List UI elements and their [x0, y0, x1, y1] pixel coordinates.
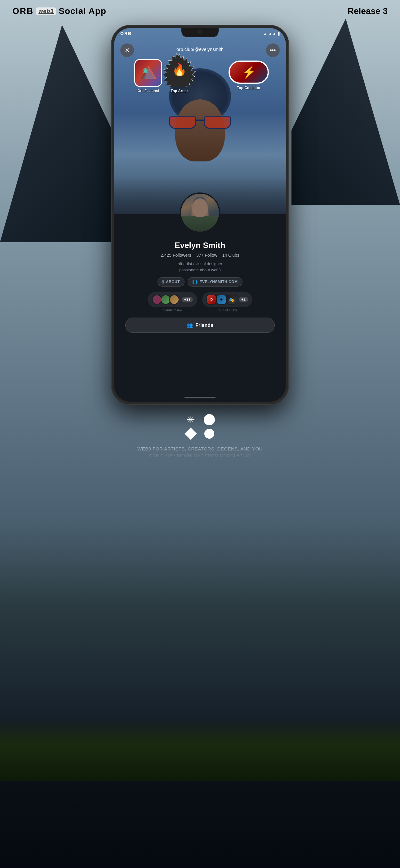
- club-icon-1: D: [206, 294, 216, 305]
- club-icon-2: ✦: [216, 294, 226, 305]
- brand-name: ORB: [12, 6, 33, 16]
- friends-btn-icon: 👥: [187, 322, 193, 328]
- lightning-icon: ⚡: [242, 66, 256, 79]
- glasses-right: [204, 116, 231, 129]
- about-button[interactable]: ℹ ABOUT: [158, 277, 185, 286]
- status-icons: ▲ ▲▲ ▮: [263, 31, 280, 36]
- profile-url: orb.club/@evelynsmith: [114, 46, 286, 52]
- battery-icon: ▮: [277, 31, 280, 36]
- website-label: EVELYNSMITH.COM: [200, 280, 238, 284]
- icon-circle-small: [203, 428, 215, 440]
- friend-avatar-3: [169, 294, 179, 305]
- friends-plus: +33: [182, 297, 193, 302]
- top-artist-label: Top Artist: [162, 89, 196, 93]
- wifi-icon: ▲: [263, 31, 267, 36]
- face-silhouette: [175, 99, 225, 161]
- profile-bio: nft artist / visual designer passionate …: [120, 261, 280, 273]
- glasses-left: [169, 116, 196, 129]
- phone-frame: ORB ▲ ▲▲ ▮ ✕ ••• orb.club/@evelynsmith: [112, 26, 288, 404]
- avatar-silhouette: [181, 194, 219, 231]
- friends-label: friends follow: [163, 308, 182, 312]
- home-indicator: [185, 397, 215, 398]
- profile-info: Evelyn Smith 2,425 Followers 377 Follow …: [114, 241, 286, 333]
- clubs-label: mutual clubs: [218, 308, 237, 312]
- about-label: ABOUT: [166, 280, 180, 284]
- social-row: +33 friends follow D ✦: [120, 292, 280, 312]
- icon-circle-large: [203, 413, 215, 426]
- info-icon: ℹ: [162, 279, 164, 284]
- web3-badge: web3: [36, 7, 56, 15]
- orb-featured-image: [134, 59, 162, 87]
- website-button[interactable]: 🌐 EVELYNSMITH.COM: [188, 277, 242, 286]
- friends-btn-label: Friends: [195, 322, 213, 328]
- club-icon-3: 🎭: [226, 294, 236, 305]
- app-title: ORB web3 Social App: [12, 6, 106, 16]
- clubs-plus: +2: [239, 297, 248, 302]
- globe-icon: 🌐: [192, 279, 198, 284]
- app-name-label: Social App: [59, 6, 106, 16]
- clubs-row[interactable]: D ✦ 🎭 +2: [202, 292, 253, 307]
- status-brand: ORB: [120, 31, 132, 36]
- top-collector-label: Top Collector: [229, 86, 269, 90]
- profile-links: ℹ ABOUT 🌐 EVELYNSMITH.COM: [120, 277, 280, 286]
- orb-featured-label: Orb Featured: [134, 89, 162, 93]
- phone-notch: [181, 28, 219, 37]
- glasses: [169, 116, 231, 130]
- top-collector-image: ⚡: [229, 61, 269, 84]
- icon-asterisk: ✳: [185, 413, 197, 426]
- camera: [198, 30, 202, 34]
- followers-count: 2,425 Followers: [161, 253, 191, 258]
- flame-icon: 🔥: [172, 63, 187, 77]
- friends-group: +33 friends follow: [147, 292, 197, 312]
- tagline: WEB3 FOR ARTISTS, CREATORS, DEGENS, AND …: [137, 446, 263, 452]
- icon-diamond: [185, 428, 197, 440]
- badge-top-collector: ⚡ Top Collector: [229, 61, 269, 90]
- badge-top-artist: 🔥 Top Artist: [162, 53, 196, 93]
- friends-avatars[interactable]: +33: [147, 292, 197, 307]
- signal-icon: ▲▲: [268, 31, 276, 36]
- clubs-count: 14 Clubs: [222, 253, 239, 258]
- pyramid-svg: [140, 65, 157, 82]
- release-label: Release 3: [347, 6, 388, 16]
- orb-icons-row-2: [185, 428, 215, 440]
- avatar-body: [181, 216, 219, 231]
- badge-orb-featured: Orb Featured: [134, 59, 162, 93]
- bio-line2: passionate about web3: [120, 267, 280, 273]
- bottom-section: ✳ WEB3 FOR ARTISTS, CREATORS, DEGENS, AN…: [0, 404, 400, 471]
- avatar: [180, 192, 220, 233]
- friends-button[interactable]: 👥 Friends: [125, 318, 275, 333]
- glasses-bridge: [196, 120, 204, 121]
- profile-stats: 2,425 Followers 377 Follow 14 Clubs: [120, 253, 280, 258]
- phone-screen: ORB ▲ ▲▲ ▮ ✕ ••• orb.club/@evelynsmith: [114, 28, 286, 402]
- following-count: 377 Follow: [196, 253, 218, 258]
- top-artist-shape: 🔥: [162, 53, 196, 87]
- clubs-group: D ✦ 🎭 +2 mutual clubs: [202, 292, 253, 312]
- avatar-wrapper: [180, 192, 220, 233]
- grass-bottom: [0, 719, 400, 781]
- profile-name: Evelyn Smith: [120, 241, 280, 250]
- phone-container: ORB ▲ ▲▲ ▮ ✕ ••• orb.club/@evelynsmith: [0, 26, 400, 404]
- download-text: ORB.CLUB • DOWNLOAD FROM GOOGLEPLAY: [149, 453, 251, 458]
- orb-icons-row: ✳: [185, 413, 215, 426]
- top-bar: ORB web3 Social App Release 3: [0, 0, 400, 22]
- avatar-hair: [193, 197, 207, 211]
- bio-line1: nft artist / visual designer: [120, 261, 280, 267]
